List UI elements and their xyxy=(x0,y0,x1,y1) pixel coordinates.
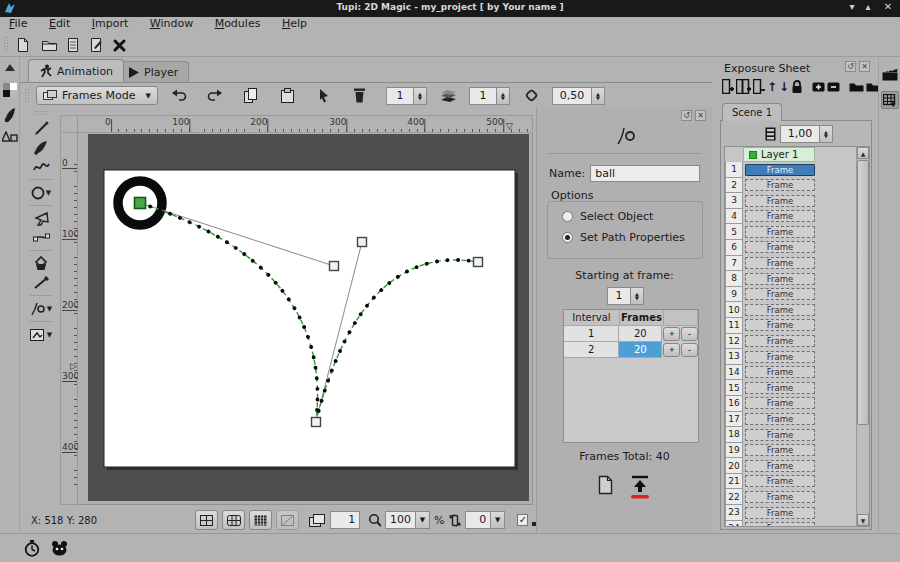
select-object-radio[interactable] xyxy=(562,211,573,222)
export-dropdown-icon[interactable]: ▼ xyxy=(47,331,52,339)
frames-cell-selected[interactable]: 20 xyxy=(619,342,662,358)
close-button[interactable]: ✕ xyxy=(880,1,896,12)
frame-number-cell[interactable]: 17 xyxy=(725,412,743,428)
frame-number-cell[interactable]: 5 xyxy=(725,224,743,240)
frame-cell[interactable]: Frame xyxy=(745,475,815,487)
zoom-value[interactable]: 100 xyxy=(385,511,416,529)
copy-frame-button[interactable] xyxy=(236,86,266,105)
panel-close-icon[interactable]: ✕ xyxy=(695,110,706,121)
frame-cell[interactable]: Frame xyxy=(745,273,815,285)
frame-cell[interactable]: Frame xyxy=(745,195,815,207)
onion-spin-value[interactable]: 1 xyxy=(469,87,497,105)
layer-header[interactable]: Layer 1 xyxy=(743,147,815,162)
starting-frame-arrows[interactable]: ▲▼ xyxy=(631,287,644,305)
menu-file[interactable]: File xyxy=(0,17,36,31)
ink-tool-button[interactable] xyxy=(26,138,56,157)
onion-spinbox[interactable]: 1 ▲▼ xyxy=(469,87,510,105)
frames-cell[interactable]: 20 xyxy=(619,326,662,342)
exposure-dock-button[interactable] xyxy=(881,91,899,109)
close-project-button[interactable] xyxy=(108,34,130,56)
move-frame-up-button[interactable]: ↑ xyxy=(767,80,777,94)
grid-config-button[interactable] xyxy=(222,510,245,530)
remove-frame-button[interactable] xyxy=(753,79,765,94)
frame-cell[interactable]: Frame xyxy=(745,241,815,253)
frame-number-cell[interactable]: 10 xyxy=(725,302,743,318)
add-frames-button[interactable]: + xyxy=(663,327,680,341)
frame-number-cell[interactable]: 6 xyxy=(725,240,743,256)
frame-number-cell[interactable]: 7 xyxy=(725,256,743,272)
insert-frames-button[interactable] xyxy=(736,79,751,94)
frame-number-cell[interactable]: 21 xyxy=(725,474,743,490)
menu-import[interactable]: Import xyxy=(83,17,138,31)
frame-cell[interactable]: Frame xyxy=(745,413,815,425)
scenes-dock-button[interactable] xyxy=(881,65,899,83)
frame-cell[interactable]: Frame xyxy=(745,179,815,191)
tween-dropdown-icon[interactable]: ▼ xyxy=(47,305,52,313)
opacity-spin-arrows[interactable]: ▲▼ xyxy=(592,87,605,105)
starting-frame-value[interactable]: 1 xyxy=(607,287,631,305)
color-palette-button[interactable] xyxy=(2,83,18,97)
opacity-spinbox[interactable]: 0,50 ▲▼ xyxy=(552,87,605,105)
frame-cell[interactable]: Frame xyxy=(745,522,815,527)
menu-window[interactable]: Window xyxy=(141,17,202,31)
interval-cell[interactable]: 2 xyxy=(564,342,619,358)
line-tool-button[interactable] xyxy=(26,273,56,292)
rotation-value[interactable]: 0 xyxy=(465,511,491,529)
frame-spinbox[interactable]: 1 ▲▼ xyxy=(386,87,427,105)
onion-skin-button[interactable] xyxy=(433,86,463,105)
scroll-up-icon[interactable]: ▲ xyxy=(857,147,869,159)
dense-grid-button[interactable] xyxy=(249,510,272,530)
frame-cell[interactable]: Frame xyxy=(745,210,815,222)
frame-cell[interactable]: Frame xyxy=(745,288,815,300)
set-path-radio-row[interactable]: Set Path Properties xyxy=(562,231,702,244)
antialias-checkbox[interactable]: ✓ xyxy=(517,514,528,526)
frame-number-cell[interactable]: 18 xyxy=(725,427,743,443)
brush-settings-button[interactable] xyxy=(2,107,18,123)
frame-cell[interactable]: Frame xyxy=(745,226,815,238)
frame-number-cell[interactable]: 19 xyxy=(725,443,743,459)
drawing-page[interactable] xyxy=(104,170,515,467)
scroll-thumb[interactable] xyxy=(857,160,869,425)
frame-cell[interactable]: Frame xyxy=(745,397,815,409)
frames-toolbar-handle[interactable] xyxy=(24,88,30,104)
shapes-button[interactable] xyxy=(2,131,18,143)
undo-button[interactable] xyxy=(164,86,194,105)
apply-tween-button[interactable] xyxy=(628,475,652,499)
frame-number-cell[interactable]: 11 xyxy=(725,318,743,334)
node-tool-button[interactable] xyxy=(26,228,56,247)
maximize-button[interactable]: ▴ xyxy=(860,1,876,12)
path-end-handle[interactable] xyxy=(474,258,483,267)
remove-frames-button[interactable]: - xyxy=(681,343,698,357)
add-frames-button[interactable]: + xyxy=(663,343,680,357)
scroll-down-icon[interactable]: ▼ xyxy=(857,514,869,526)
frame-number-cell[interactable]: 8 xyxy=(725,271,743,287)
add-layer-button[interactable] xyxy=(812,82,825,92)
tween-tool-button[interactable]: ▼ xyxy=(26,299,56,318)
new-project-button[interactable] xyxy=(12,34,34,56)
frame-number-cell[interactable]: 23 xyxy=(725,505,743,521)
save-tween-button[interactable] xyxy=(597,475,614,499)
select-object-radio-row[interactable]: Select Object xyxy=(562,210,702,223)
frame-cell[interactable]: Frame xyxy=(745,304,815,316)
export-tool-button[interactable]: ▼ xyxy=(26,325,56,344)
shape-tool-button[interactable]: ▼ xyxy=(26,183,56,202)
menu-modules[interactable]: Modules xyxy=(206,17,270,31)
frame-number-cell[interactable]: 2 xyxy=(725,178,743,194)
opacity-spin-value[interactable]: 0,50 xyxy=(552,87,592,105)
move-frame-down-button[interactable]: ↓ xyxy=(779,80,789,94)
shape-dropdown-icon[interactable]: ▼ xyxy=(46,189,51,197)
insert-frame-button[interactable] xyxy=(722,79,734,94)
frame-cell[interactable]: Frame xyxy=(745,366,815,378)
frame-number-cell[interactable]: 4 xyxy=(725,209,743,225)
select-frame-button[interactable] xyxy=(308,86,338,105)
opacity-button[interactable] xyxy=(516,86,546,105)
safe-area-button[interactable] xyxy=(276,510,299,530)
frame-cell[interactable]: Frame xyxy=(745,257,815,269)
pencil-tool-button[interactable] xyxy=(26,119,56,138)
time-button[interactable] xyxy=(24,540,40,557)
squiggle-tool-button[interactable] xyxy=(26,157,56,176)
frame-cell[interactable]: Frame xyxy=(745,460,815,472)
frame-number-cell[interactable]: 14 xyxy=(725,365,743,381)
frame-cell[interactable]: Frame xyxy=(745,164,815,176)
menu-edit[interactable]: Edit xyxy=(40,17,79,31)
